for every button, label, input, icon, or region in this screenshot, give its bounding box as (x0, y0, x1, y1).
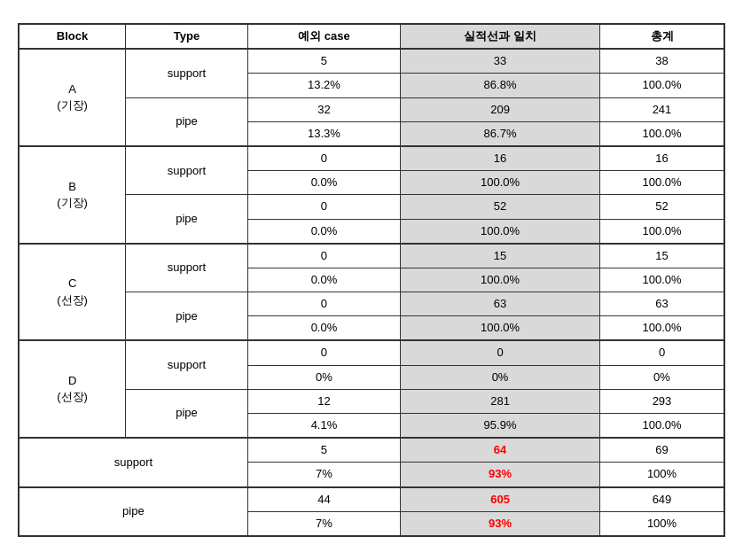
data-cell: 12 (247, 389, 400, 413)
summary-type-pipe: pipe (19, 487, 247, 536)
data-cell: 32 (247, 97, 400, 121)
type-cell-support: support (126, 146, 248, 195)
data-cell: 15 (600, 244, 725, 268)
summary-data-cell: 7% (247, 511, 400, 536)
summary-data-cell: 7% (247, 463, 400, 487)
header-exception: 예외 case (247, 24, 400, 49)
data-cell: 0.0% (247, 268, 400, 292)
data-cell: 5 (247, 49, 400, 74)
type-cell-support: support (126, 244, 248, 292)
data-cell: 0 (247, 244, 400, 268)
data-cell: 33 (401, 49, 600, 74)
data-cell: 0% (401, 365, 600, 389)
data-cell: 100.0% (600, 219, 725, 244)
data-cell: 100.0% (401, 171, 600, 195)
summary-data-cell: 605 (401, 487, 600, 512)
data-cell: 86.8% (401, 74, 600, 97)
data-cell: 100.0% (600, 414, 725, 439)
type-cell-pipe: pipe (126, 292, 248, 341)
data-cell: 38 (600, 49, 725, 74)
data-cell: 4.1% (247, 414, 400, 439)
summary-data-cell: 100% (600, 511, 725, 536)
type-cell-support: support (126, 340, 248, 389)
summary-data-cell: 69 (600, 438, 725, 463)
data-cell: 13.2% (247, 74, 400, 97)
data-cell: 16 (401, 146, 600, 171)
data-cell: 100.0% (600, 74, 725, 97)
data-cell: 100.0% (600, 121, 725, 146)
data-cell: 95.9% (401, 414, 600, 439)
data-cell: 100.0% (401, 268, 600, 292)
data-cell: 0% (247, 365, 400, 389)
table-wrapper: Block Type 예외 case 실적선과 일치 총계 A(기장)suppo… (0, 5, 743, 555)
data-cell: 0.0% (247, 316, 400, 341)
data-cell: 0.0% (247, 219, 400, 244)
summary-data-cell: 93% (401, 511, 600, 536)
data-cell: 0 (401, 340, 600, 365)
summary-data-cell: 100% (600, 463, 725, 487)
data-cell: 86.7% (401, 121, 600, 146)
header-match: 실적선과 일치 (401, 24, 600, 49)
summary-data-cell: 5 (247, 438, 400, 463)
data-cell: 15 (401, 244, 600, 268)
type-cell-pipe: pipe (126, 195, 248, 244)
data-table: Block Type 예외 case 실적선과 일치 총계 A(기장)suppo… (18, 23, 725, 537)
data-cell: 100.0% (600, 316, 725, 341)
header-total: 총계 (600, 24, 725, 49)
data-cell: 0 (600, 340, 725, 365)
block-cell-C(선장): C(선장) (19, 244, 126, 341)
data-cell: 100.0% (600, 171, 725, 195)
data-cell: 281 (401, 389, 600, 413)
data-cell: 0 (247, 292, 400, 316)
data-cell: 0 (247, 340, 400, 365)
data-cell: 16 (600, 146, 725, 171)
data-cell: 0 (247, 146, 400, 171)
block-cell-B(기장): B(기장) (19, 146, 126, 244)
summary-data-cell: 649 (600, 487, 725, 512)
summary-data-cell: 44 (247, 487, 400, 512)
block-cell-D(선장): D(선장) (19, 340, 126, 438)
summary-type-support: support (19, 438, 247, 486)
data-cell: 63 (600, 292, 725, 316)
header-block: Block (19, 24, 126, 49)
summary-data-cell: 93% (401, 463, 600, 487)
data-cell: 0% (600, 365, 725, 389)
data-cell: 0 (247, 195, 400, 219)
summary-data-cell: 64 (401, 438, 600, 463)
data-cell: 241 (600, 97, 725, 121)
data-cell: 100.0% (401, 316, 600, 341)
data-cell: 63 (401, 292, 600, 316)
data-cell: 209 (401, 97, 600, 121)
data-cell: 52 (600, 195, 725, 219)
header-type: Type (126, 24, 248, 49)
data-cell: 52 (401, 195, 600, 219)
data-cell: 0.0% (247, 171, 400, 195)
data-cell: 13.3% (247, 121, 400, 146)
type-cell-support: support (126, 49, 248, 97)
type-cell-pipe: pipe (126, 97, 248, 146)
data-cell: 293 (600, 389, 725, 413)
block-cell-A(기장): A(기장) (19, 49, 126, 146)
type-cell-pipe: pipe (126, 389, 248, 438)
data-cell: 100.0% (600, 268, 725, 292)
data-cell: 100.0% (401, 219, 600, 244)
